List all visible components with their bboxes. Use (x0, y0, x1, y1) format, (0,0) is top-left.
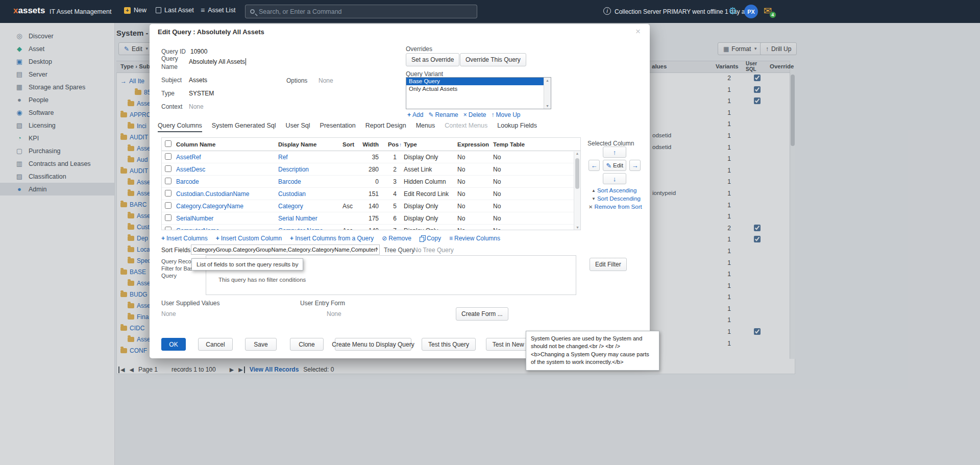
move-column-left-button[interactable]: ← (589, 160, 600, 171)
screen: xassets IT Asset Management + New Last A… (0, 0, 980, 465)
new-button[interactable]: + New (124, 7, 146, 14)
ok-button[interactable]: OK (161, 338, 186, 351)
cancel-button[interactable]: Cancel (198, 338, 233, 351)
rename-variant-link[interactable]: ✎Rename (428, 111, 458, 118)
scroll-down-icon[interactable]: ▼ (546, 104, 549, 108)
search-input[interactable] (259, 8, 472, 15)
asset-list-button[interactable]: ≡ Asset List (201, 7, 235, 14)
table-scrollbar[interactable]: ▲▼ (574, 152, 580, 230)
select-all-checkbox[interactable] (165, 140, 172, 147)
copy-link[interactable]: Copy (420, 235, 441, 242)
mail-icon[interactable]: ✉ 4 (764, 6, 772, 16)
column-name-cell[interactable]: ComputerName (176, 227, 278, 231)
sort-fields-label: Sort Fields (161, 247, 190, 254)
insert-custom-column-link[interactable]: +Insert Custom Column (216, 235, 282, 242)
clone-button[interactable]: Clone (290, 338, 324, 351)
insert-columns-link[interactable]: +Insert Columns (161, 235, 208, 242)
listbox-scrollbar[interactable]: ▲▼ (544, 78, 551, 109)
row-checkbox[interactable] (165, 214, 172, 221)
scrollbar-thumb[interactable] (575, 158, 579, 189)
width-cell: 280 (360, 166, 386, 173)
column-name-cell[interactable]: SerialNumber (176, 215, 278, 222)
pencil-icon: ✎ (428, 111, 433, 118)
plus-icon: + (407, 111, 411, 118)
insert-columns-from-query-link[interactable]: +Insert Columns from a Query (290, 235, 374, 242)
column-row[interactable]: Custodian.CustodianName Custodian 151 4 … (162, 188, 580, 200)
column-row[interactable]: Category.CategoryName Category Asc 140 5… (162, 200, 580, 212)
override-this-query-button[interactable]: Override This Query (460, 53, 526, 66)
row-checkbox[interactable] (165, 165, 172, 172)
set-as-override-button[interactable]: Set as Override (406, 53, 459, 66)
display-name-cell[interactable]: Computer Name (278, 227, 342, 231)
edit-filter-button[interactable]: Edit Filter (590, 258, 627, 271)
column-name-cell[interactable]: Custodian.CustodianName (176, 190, 278, 198)
header-expression: Expression (457, 141, 493, 148)
tab-menus[interactable]: Menus (416, 122, 435, 132)
row-checkbox[interactable] (165, 190, 172, 197)
width-cell: 175 (360, 215, 386, 222)
tab-system-generated-sql[interactable]: System Generated Sql (212, 122, 276, 132)
temp-table-cell: No (493, 190, 529, 198)
tab-report-design[interactable]: Report Design (365, 122, 406, 132)
query-variant-listbox: Base Query Only Actual Assets ▲▼ (406, 77, 551, 109)
expression-cell: No (457, 178, 493, 185)
column-name-cell[interactable]: AssetRef (176, 154, 278, 161)
row-checkbox[interactable] (165, 227, 172, 231)
new-button-label: New (134, 7, 146, 14)
review-columns-link[interactable]: ≡Review Columns (449, 235, 500, 242)
row-checkbox[interactable] (165, 153, 172, 160)
filter-empty-text: This query has no filter conditions (218, 277, 306, 283)
column-row[interactable]: AssetDesc Description 280 2 Asset Link N… (162, 163, 580, 176)
sort-fields-input[interactable] (191, 244, 380, 255)
last-asset-button[interactable]: Last Asset (156, 7, 194, 14)
add-variant-link[interactable]: +Add (407, 111, 423, 118)
remove-link[interactable]: ⊘Remove (382, 235, 411, 242)
move-column-down-button[interactable]: ↓ (603, 173, 626, 184)
move-column-right-button[interactable]: → (629, 160, 641, 171)
column-row[interactable]: SerialNumber Serial Number 175 6 Display… (162, 212, 580, 225)
edit-column-button[interactable]: ✎Edit (603, 160, 626, 171)
scroll-up-icon[interactable]: ▲ (546, 79, 549, 82)
sort-descending-link[interactable]: ▼Sort Descending (592, 195, 641, 202)
tab-lookup-fields[interactable]: Lookup Fields (497, 122, 537, 132)
row-checkbox[interactable] (165, 202, 172, 209)
info-icon[interactable]: i (603, 7, 611, 15)
header-pos[interactable]: Pos↑ (386, 141, 404, 148)
tab-user-sql[interactable]: User Sql (286, 122, 310, 132)
avatar[interactable]: PX (744, 5, 758, 18)
display-name-cell[interactable]: Category (278, 203, 342, 210)
create-menu-button[interactable]: Create Menu to Display Query (335, 338, 411, 351)
display-name-cell[interactable]: Custodian (278, 190, 342, 198)
row-checkbox[interactable] (165, 178, 172, 184)
header-display-name: Display Name (278, 141, 342, 148)
display-name-cell[interactable]: Barcode (278, 178, 342, 185)
column-name-cell[interactable]: AssetDesc (176, 166, 278, 173)
search-box[interactable] (245, 5, 477, 18)
display-name-cell[interactable]: Description (278, 166, 342, 173)
tab-presentation[interactable]: Presentation (320, 122, 356, 132)
variant-option[interactable]: Only Actual Assets (406, 85, 544, 93)
type-cell: Display Only (404, 227, 457, 231)
column-name-cell[interactable]: Barcode (176, 178, 278, 185)
subject-label: Subject (161, 77, 182, 84)
save-button[interactable]: Save (245, 338, 277, 351)
delete-variant-link[interactable]: ×Delete (463, 111, 486, 118)
close-icon[interactable]: × (635, 27, 641, 37)
display-name-cell[interactable]: Ref (278, 154, 342, 161)
test-this-query-button[interactable]: Test this Query (422, 338, 476, 351)
move-column-up-button[interactable]: ↑ (603, 146, 626, 158)
move-up-variant-link[interactable]: ↑Move Up (492, 111, 521, 118)
column-row[interactable]: AssetRef Ref 35 1 Display Only No No (162, 151, 580, 163)
query-name-input[interactable]: Absolutely All Assets (189, 57, 306, 67)
column-name-cell[interactable]: Category.CategoryName (176, 203, 278, 210)
display-name-cell[interactable]: Serial Number (278, 215, 342, 222)
logo-text: assets (18, 6, 45, 15)
gear-icon[interactable]: ⚙ (728, 5, 737, 17)
sort-ascending-link[interactable]: ▲Sort Ascending (592, 187, 636, 193)
remove-from-sort-link[interactable]: ✕Remove from Sort (589, 204, 642, 210)
column-row[interactable]: ComputerName Computer Name Asc 140 7 Dis… (162, 225, 580, 230)
tab-query-columns[interactable]: Query Columns (158, 122, 202, 132)
variant-option-selected[interactable]: Base Query (406, 78, 544, 85)
create-form-button[interactable]: Create Form ... (456, 307, 508, 321)
column-row[interactable]: Barcode Barcode 0 3 Hidden Column No No (162, 176, 580, 188)
